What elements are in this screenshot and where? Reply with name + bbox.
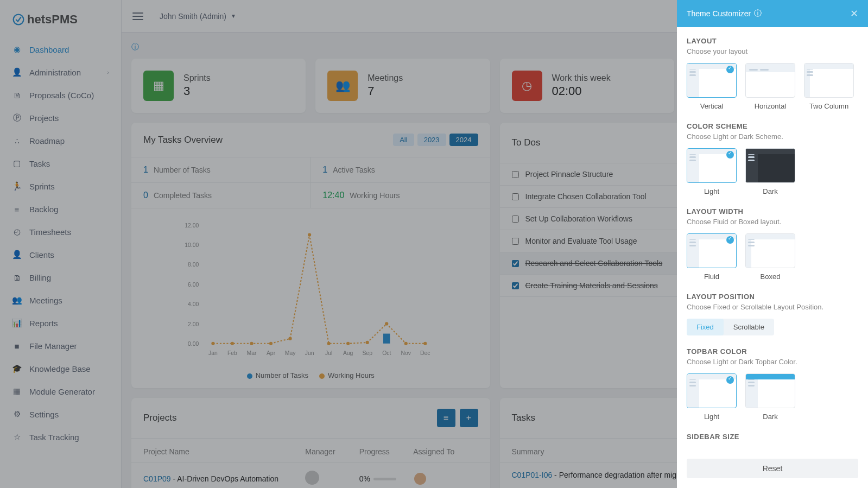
thumb-label: Horizontal	[755, 102, 787, 110]
section-title: LAYOUT	[687, 37, 858, 45]
theme-option-light[interactable]: Light	[687, 373, 737, 421]
theme-option-dark[interactable]: Dark	[745, 373, 795, 421]
drawer-info-icon[interactable]: ⓘ	[754, 9, 762, 18]
section-sub: Choose Light or Dark Scheme.	[687, 132, 858, 141]
thumb-label: Two Column	[809, 102, 848, 110]
section-title: SIDEBAR SIZE	[687, 433, 858, 441]
section-title: LAYOUT POSITION	[687, 293, 858, 301]
reset-button[interactable]: Reset	[687, 459, 858, 478]
section-title: COLOR SCHEME	[687, 122, 858, 130]
seg-fixed[interactable]: Fixed	[687, 319, 724, 335]
thumb-label: Light	[704, 187, 719, 195]
section-title: LAYOUT WIDTH	[687, 207, 858, 216]
thumb-label: Boxed	[761, 272, 781, 281]
theme-customizer-drawer: Theme Customizer ⓘ ✕ LAYOUTChoose your l…	[677, 0, 868, 488]
section-sub: Choose Light or Dark Topbar Color.	[687, 358, 858, 366]
theme-option-fluid[interactable]: Fluid	[687, 233, 737, 281]
theme-option-light[interactable]: Light	[687, 148, 737, 195]
thumb-label: Vertical	[700, 102, 724, 110]
close-icon[interactable]: ✕	[850, 8, 858, 20]
position-segmented: FixedScrollable	[687, 319, 774, 335]
section-sub: Choose Fixed or Scrollable Layout Positi…	[687, 303, 858, 311]
section-sub: Choose your layout	[687, 47, 858, 55]
thumb-label: Fluid	[704, 272, 719, 281]
drawer-title: Theme Customizer	[687, 9, 751, 18]
theme-option-horizontal[interactable]: Horizontal	[745, 63, 795, 110]
section-sub: Choose Fluid or Boxed layout.	[687, 218, 858, 226]
thumb-label: Dark	[763, 413, 777, 421]
theme-option-dark[interactable]: Dark	[745, 148, 795, 195]
thumb-label: Light	[704, 413, 719, 421]
theme-option-vertical[interactable]: Vertical	[687, 63, 737, 110]
seg-scrollable[interactable]: Scrollable	[724, 319, 774, 335]
theme-option-two-column[interactable]: Two Column	[804, 63, 854, 110]
section-title: TOPBAR COLOR	[687, 347, 858, 356]
theme-option-boxed[interactable]: Boxed	[745, 233, 795, 281]
thumb-label: Dark	[763, 187, 777, 195]
